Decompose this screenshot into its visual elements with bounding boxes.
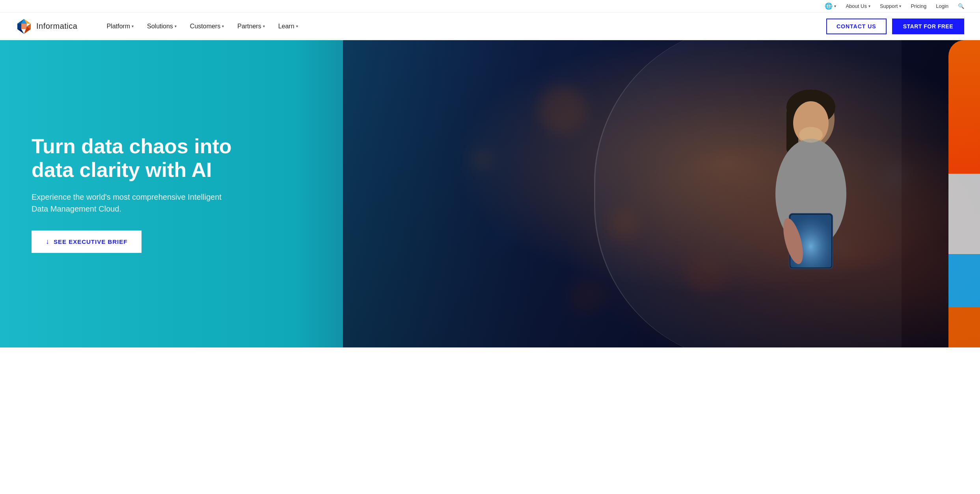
partners-label: Partners — [237, 23, 261, 30]
svg-point-20 — [799, 127, 823, 143]
logo-icon — [16, 18, 32, 35]
customers-chevron: ▾ — [222, 24, 224, 28]
hero-photo-overlay — [343, 40, 980, 347]
solutions-chevron: ▾ — [175, 24, 177, 28]
language-chevron: ▾ — [834, 4, 836, 8]
svg-marker-6 — [17, 24, 21, 29]
hero-subtitle: Experience the world's most comprehensiv… — [32, 191, 237, 215]
learn-label: Learn — [278, 23, 294, 30]
support-label: Support — [880, 3, 898, 9]
hero-content: Turn data chaos into data clarity with A… — [0, 135, 268, 253]
svg-marker-7 — [17, 29, 24, 34]
globe-icon: 🌐 — [825, 2, 833, 10]
login-label: Login — [936, 3, 948, 9]
nav-links: Platform ▾ Solutions ▾ Customers ▾ Partn… — [101, 20, 826, 33]
svg-marker-8 — [21, 24, 27, 29]
partners-chevron: ▾ — [263, 24, 265, 28]
nav-customers[interactable]: Customers ▾ — [184, 20, 229, 33]
about-us-link[interactable]: About Us ▾ — [846, 3, 870, 9]
search-button[interactable]: 🔍 — [958, 3, 964, 9]
pricing-link[interactable]: Pricing — [911, 3, 926, 9]
main-navbar: Informatica Platform ▾ Solutions ▾ Custo… — [0, 13, 980, 40]
platform-label: Platform — [106, 23, 130, 30]
login-link[interactable]: Login — [936, 3, 948, 9]
support-chevron: ▾ — [899, 4, 901, 8]
contact-us-button[interactable]: CONTACT US — [826, 19, 887, 34]
about-us-label: About Us — [846, 3, 866, 9]
nav-learn[interactable]: Learn ▾ — [273, 20, 304, 33]
start-for-free-button[interactable]: START FOR FREE — [892, 19, 964, 34]
color-stripes — [948, 40, 980, 347]
nav-platform[interactable]: Platform ▾ — [101, 20, 139, 33]
person-area — [732, 76, 882, 312]
start-for-free-label: START FOR FREE — [903, 23, 953, 30]
search-icon: 🔍 — [958, 3, 964, 9]
support-link[interactable]: Support ▾ — [880, 3, 902, 9]
pricing-label: Pricing — [911, 3, 926, 9]
about-us-chevron: ▾ — [868, 4, 870, 8]
nav-solutions[interactable]: Solutions ▾ — [142, 20, 182, 33]
see-executive-brief-button[interactable]: ↓ SEE EXECUTIVE BRIEF — [32, 230, 142, 253]
solutions-label: Solutions — [147, 23, 173, 30]
top-bar: 🌐 ▾ About Us ▾ Support ▾ Pricing Login 🔍 — [0, 0, 980, 13]
hero-title: Turn data chaos into data clarity with A… — [32, 135, 268, 182]
download-arrow-icon: ↓ — [46, 238, 50, 246]
platform-chevron: ▾ — [132, 24, 134, 28]
contact-us-label: CONTACT US — [837, 23, 876, 30]
executive-brief-label: SEE EXECUTIVE BRIEF — [54, 238, 127, 245]
nav-cta-area: CONTACT US START FOR FREE — [826, 19, 964, 34]
hero-section: Turn data chaos into data clarity with A… — [0, 40, 980, 347]
learn-chevron: ▾ — [296, 24, 298, 28]
language-selector[interactable]: 🌐 ▾ — [825, 2, 836, 10]
logo-link[interactable]: Informatica — [16, 18, 77, 35]
nav-partners[interactable]: Partners ▾ — [232, 20, 270, 33]
logo-text: Informatica — [36, 22, 77, 31]
customers-label: Customers — [190, 23, 220, 30]
person-svg — [732, 76, 882, 312]
